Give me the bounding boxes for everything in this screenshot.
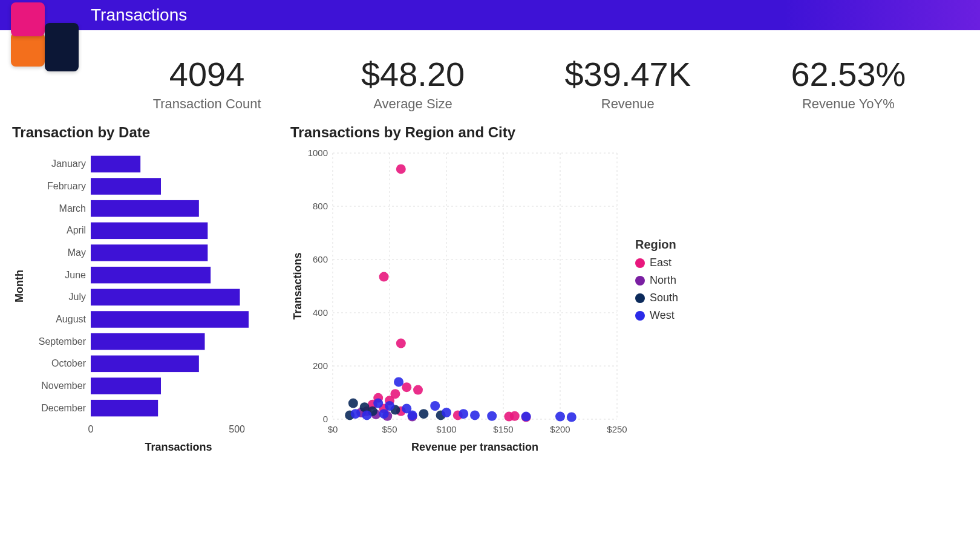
svg-rect-15 (91, 311, 249, 328)
svg-text:500: 500 (229, 424, 245, 434)
bar-chart-transaction-by-date[interactable]: Transaction by Date JanuaryFebruaryMarch… (12, 124, 272, 458)
charts-row: Transaction by Date JanuaryFebruaryMarch… (0, 124, 980, 458)
svg-text:Transactions: Transactions (292, 252, 304, 319)
svg-rect-21 (91, 377, 161, 394)
svg-text:$200: $200 (550, 424, 570, 434)
kpi-label: Revenue (564, 96, 691, 112)
svg-text:Month: Month (13, 270, 25, 302)
svg-point-79 (394, 377, 403, 387)
legend-label: North (650, 274, 676, 287)
svg-text:March: March (59, 203, 86, 214)
svg-rect-13 (91, 289, 240, 306)
kpi-label: Average Size (361, 96, 465, 112)
svg-text:May: May (68, 247, 86, 258)
svg-point-88 (521, 412, 531, 422)
kpi-value: 62.53% (791, 54, 906, 94)
svg-text:August: August (56, 314, 86, 324)
svg-point-52 (396, 164, 406, 174)
kpi-revenue-yoy: 62.53% Revenue YoY% (791, 54, 906, 112)
page-title: Transactions (91, 5, 187, 25)
svg-point-89 (555, 412, 565, 422)
legend-label: East (650, 256, 671, 269)
legend-item[interactable]: East (635, 256, 678, 269)
svg-point-80 (373, 399, 383, 408)
legend-color-dot (635, 311, 645, 321)
svg-text:June: June (65, 270, 86, 280)
svg-text:December: December (41, 403, 86, 413)
svg-text:$0: $0 (328, 424, 338, 434)
legend-label: West (650, 309, 675, 322)
legend-label: South (650, 292, 678, 304)
svg-point-94 (408, 410, 417, 420)
scatter-chart-svg: 02004006008001000$0$50$100$150$200$250Re… (290, 147, 629, 455)
svg-text:1000: 1000 (308, 148, 328, 158)
svg-point-91 (351, 409, 361, 419)
svg-point-55 (402, 382, 411, 392)
svg-text:$50: $50 (382, 424, 397, 434)
bar-chart-title: Transaction by Date (12, 124, 272, 141)
legend-color-dot (635, 293, 645, 303)
svg-rect-23 (91, 400, 158, 417)
svg-point-90 (567, 412, 577, 422)
svg-text:April: April (67, 225, 86, 235)
svg-rect-1 (91, 156, 140, 173)
kpi-label: Revenue YoY% (791, 96, 906, 112)
svg-point-66 (510, 411, 520, 421)
logo-square-navy (45, 23, 79, 71)
logo-square-orange (11, 33, 45, 67)
legend-item[interactable]: South (635, 292, 678, 304)
svg-rect-7 (91, 223, 207, 240)
svg-point-92 (362, 410, 371, 420)
svg-text:October: October (51, 358, 87, 368)
kpi-average-size: $48.20 Average Size (361, 54, 465, 112)
svg-text:January: January (51, 158, 86, 169)
kpi-transaction-count: 4094 Transaction Count (153, 54, 261, 112)
svg-text:800: 800 (313, 201, 328, 211)
svg-rect-19 (91, 356, 199, 373)
svg-rect-17 (91, 333, 205, 350)
svg-rect-9 (91, 244, 207, 261)
legend-item[interactable]: North (635, 274, 678, 287)
legend-color-dot (635, 276, 645, 286)
svg-point-72 (348, 399, 358, 408)
svg-rect-3 (91, 178, 161, 195)
svg-text:February: February (47, 181, 86, 191)
kpi-value: 4094 (153, 54, 261, 94)
svg-text:600: 600 (313, 254, 328, 264)
svg-text:0: 0 (88, 424, 94, 434)
svg-point-54 (396, 339, 406, 348)
svg-text:$100: $100 (436, 424, 456, 434)
svg-point-83 (430, 401, 440, 411)
svg-text:200: 200 (313, 361, 328, 371)
svg-point-84 (442, 408, 451, 417)
svg-point-76 (419, 409, 428, 419)
kpi-value: $39.47K (564, 54, 691, 94)
scatter-legend: Region EastNorthSouthWest (635, 238, 678, 322)
scatter-chart-title: Transactions by Region and City (290, 124, 678, 141)
svg-text:400: 400 (313, 307, 328, 318)
legend-title: Region (635, 238, 678, 252)
svg-point-85 (459, 409, 468, 419)
scatter-chart-transactions-by-region[interactable]: Transactions by Region and City 02004006… (290, 124, 678, 458)
svg-point-87 (487, 411, 497, 421)
kpi-revenue: $39.47K Revenue (564, 54, 691, 112)
svg-point-86 (470, 410, 480, 420)
dashboard-header: Transactions (0, 0, 980, 30)
kpi-row: 4094 Transaction Count $48.20 Average Si… (103, 54, 956, 112)
kpi-value: $48.20 (361, 54, 465, 94)
svg-rect-5 (91, 200, 199, 217)
legend-item[interactable]: West (635, 309, 678, 322)
bar-chart-svg: JanuaryFebruaryMarchAprilMayJuneJulyAugu… (12, 147, 272, 455)
logo-square-pink (11, 2, 45, 36)
svg-point-93 (379, 409, 389, 419)
svg-text:Transactions: Transactions (145, 441, 212, 453)
svg-rect-11 (91, 267, 211, 284)
svg-text:$250: $250 (607, 424, 627, 434)
svg-text:November: November (41, 380, 86, 391)
kpi-label: Transaction Count (153, 96, 261, 112)
svg-text:0: 0 (323, 414, 328, 424)
svg-text:$150: $150 (493, 424, 513, 434)
svg-text:July: July (69, 292, 86, 302)
svg-point-53 (379, 272, 389, 282)
legend-color-dot (635, 258, 645, 268)
